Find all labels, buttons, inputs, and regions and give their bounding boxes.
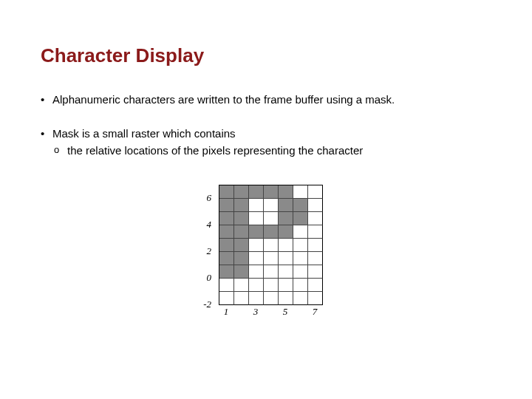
grid-cell	[234, 199, 249, 212]
grid-cell	[308, 239, 323, 252]
x-tick-label: 5	[283, 306, 288, 318]
grid-cell	[279, 265, 293, 279]
grid-cell	[279, 279, 293, 292]
grid-cell	[279, 199, 293, 212]
grid-cell	[308, 185, 323, 199]
grid-cell	[293, 212, 308, 225]
grid-cell	[308, 279, 323, 292]
grid-cell	[234, 252, 249, 265]
grid-cell	[219, 199, 234, 212]
grid-cell	[234, 225, 249, 239]
grid-cell	[219, 279, 234, 292]
grid-cell	[308, 292, 323, 305]
bullet-item: Alphanumeric characters are written to t…	[41, 92, 491, 107]
grid-cell	[234, 185, 249, 199]
grid-cell	[279, 292, 293, 305]
grid-cell	[249, 225, 264, 239]
grid-cell	[219, 292, 234, 305]
grid-cell	[264, 252, 279, 265]
grid-cell	[234, 279, 249, 292]
grid-cell	[264, 225, 279, 239]
grid-cell	[308, 225, 323, 239]
grid-cell	[293, 265, 308, 279]
grid-cell	[293, 239, 308, 252]
grid-cell	[308, 252, 323, 265]
grid-cell	[219, 212, 234, 225]
y-axis-labels: 6 4 2 0 -2	[192, 185, 216, 304]
grid-cell	[249, 292, 264, 305]
figure-container: 6 4 2 0 -2 1 3 5 7	[41, 185, 491, 318]
slide: Character Display Alphanumeric character…	[0, 0, 532, 347]
sub-bullet-text: the relative locations of the pixels rep…	[67, 144, 363, 157]
grid-cell	[279, 252, 293, 265]
x-tick-label: 7	[313, 306, 318, 318]
grid-cell	[279, 212, 293, 225]
bullet-item: Mask is a small raster which contains th…	[41, 126, 491, 158]
grid-cell	[234, 265, 249, 279]
grid-cell	[219, 185, 234, 199]
grid-cell	[249, 252, 264, 265]
y-tick-label: 6	[207, 192, 212, 204]
bullet-list: Alphanumeric characters are written to t…	[41, 92, 491, 158]
grid-cell	[279, 185, 293, 199]
x-tick-label: 3	[253, 306, 259, 318]
grid-cell	[219, 225, 234, 239]
grid-cell	[264, 279, 279, 292]
grid-cell	[219, 239, 234, 252]
slide-title: Character Display	[41, 44, 491, 67]
sub-bullet-item: the relative locations of the pixels rep…	[52, 143, 491, 158]
grid-cell	[249, 185, 264, 199]
grid-cell	[249, 212, 264, 225]
grid-cell	[264, 292, 279, 305]
grid-cell	[279, 239, 293, 252]
raster-grid	[219, 185, 323, 305]
grid-cell	[264, 265, 279, 279]
y-tick-label: 0	[207, 272, 212, 284]
grid-cell	[308, 212, 323, 225]
grid-cell	[264, 212, 279, 225]
y-tick-label: 2	[207, 245, 212, 257]
grid-cell	[234, 239, 249, 252]
grid-cell	[293, 279, 308, 292]
grid-cell	[249, 199, 264, 212]
grid-cell	[264, 185, 279, 199]
grid-cell	[234, 212, 249, 225]
y-tick-label: -2	[203, 299, 211, 310]
raster-mask-figure: 6 4 2 0 -2 1 3 5 7	[192, 185, 340, 318]
grid-cell	[293, 225, 308, 239]
grid-cell	[293, 199, 308, 212]
grid-cell	[234, 292, 249, 305]
grid-cell	[293, 292, 308, 305]
grid-cell	[308, 265, 323, 279]
grid-cell	[293, 252, 308, 265]
bullet-text: Alphanumeric characters are written to t…	[52, 93, 395, 106]
grid-cell	[249, 265, 264, 279]
grid-cell	[264, 199, 279, 212]
grid-cell	[279, 225, 293, 239]
grid-cell	[219, 265, 234, 279]
grid-cell	[264, 239, 279, 252]
grid-cell	[249, 279, 264, 292]
sub-bullet-list: the relative locations of the pixels rep…	[52, 143, 491, 158]
x-tick-label: 1	[224, 306, 229, 318]
grid-cell	[308, 199, 323, 212]
grid-cell	[219, 252, 234, 265]
y-tick-label: 4	[207, 219, 212, 231]
bullet-text: Mask is a small raster which contains	[52, 127, 236, 140]
grid-cell	[293, 185, 308, 199]
grid-cell	[249, 239, 264, 252]
